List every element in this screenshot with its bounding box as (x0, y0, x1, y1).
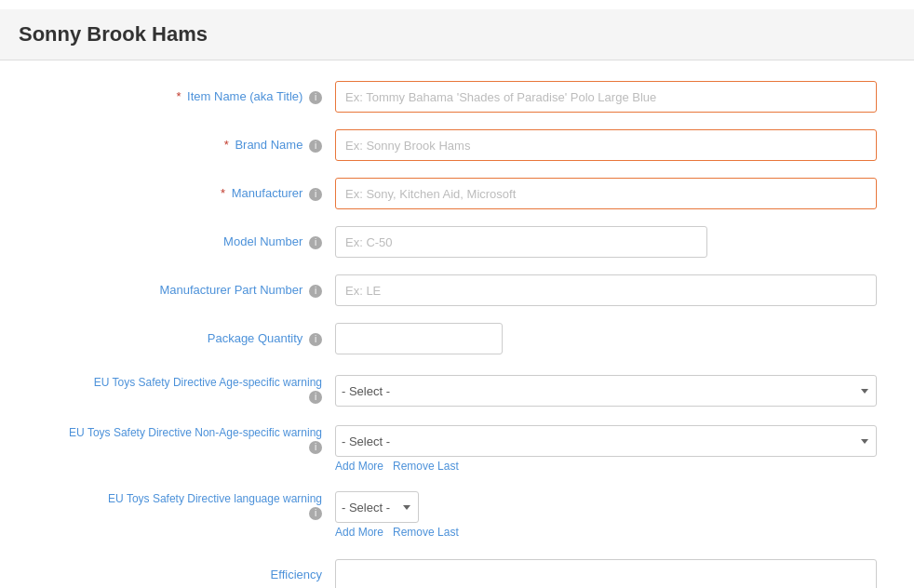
manufacturer-part-number-label-col: Manufacturer Part Number i (37, 282, 335, 299)
package-quantity-label: Package Quantity (208, 331, 303, 345)
package-quantity-label-col: Package Quantity i (37, 330, 335, 347)
header-bar: Sonny Brook Hams (0, 9, 914, 60)
package-quantity-info-icon[interactable]: i (309, 333, 322, 346)
eu-toys-language-label-col: EU Toys Safety Directive language warnin… (37, 491, 335, 520)
efficiency-row: Efficiency (37, 557, 877, 588)
model-number-label: Model Number (223, 234, 302, 248)
package-quantity-input[interactable] (335, 323, 503, 354)
brand-name-info-icon[interactable]: i (309, 140, 322, 153)
manufacturer-label-col: * Manufacturer i (37, 185, 335, 202)
page-title: Sonny Brook Hams (19, 22, 208, 46)
brand-name-input[interactable] (335, 129, 877, 161)
item-name-required-star: * (176, 89, 181, 103)
model-number-field-col (335, 226, 877, 258)
eu-toys-language-info-icon[interactable]: i (309, 507, 322, 520)
eu-toys-non-age-row: EU Toys Safety Directive Non-Age-specifi… (37, 420, 877, 478)
eu-toys-non-age-field-col: - Select - Option 1 Option 2 Add More Re… (335, 425, 877, 478)
manufacturer-part-number-row: Manufacturer Part Number i (37, 273, 877, 308)
item-name-label: Item Name (aka Title) (187, 89, 302, 103)
eu-toys-language-row: EU Toys Safety Directive language warnin… (37, 491, 877, 544)
brand-name-label-col: * Brand Name i (37, 137, 335, 154)
eu-toys-age-row: EU Toys Safety Directive Age-specific wa… (37, 369, 877, 407)
manufacturer-required-star: * (221, 186, 225, 200)
eu-toys-non-age-label: EU Toys Safety Directive Non-Age-specifi… (69, 425, 322, 441)
efficiency-label: Efficiency (271, 568, 322, 581)
eu-toys-non-age-add-remove: Add More Remove Last (335, 460, 877, 473)
eu-toys-language-label: EU Toys Safety Directive language warnin… (108, 491, 322, 507)
eu-toys-non-age-remove-last[interactable]: Remove Last (393, 460, 459, 473)
manufacturer-part-number-field-col (335, 274, 877, 306)
package-quantity-row: Package Quantity i (37, 321, 877, 356)
eu-toys-language-add-remove: Add More Remove Last (335, 526, 459, 539)
form-container: * Item Name (aka Title) i * Brand Name i… (0, 70, 914, 588)
eu-toys-age-field-col: - Select - Option 1 Option 2 (335, 375, 877, 407)
eu-toys-language-select[interactable]: - Select - Option 1 Option 2 (335, 491, 419, 523)
manufacturer-row: * Manufacturer i (37, 176, 877, 211)
brand-name-row: * Brand Name i (37, 127, 877, 163)
item-name-label-col: * Item Name (aka Title) i (37, 88, 335, 105)
eu-toys-non-age-add-more[interactable]: Add More (335, 460, 383, 473)
eu-toys-language-add-more[interactable]: Add More (335, 526, 383, 539)
brand-name-required-star: * (224, 138, 229, 152)
item-name-info-icon[interactable]: i (309, 91, 322, 104)
eu-toys-non-age-info-icon[interactable]: i (309, 441, 322, 454)
efficiency-label-col: Efficiency (37, 567, 335, 583)
model-number-input[interactable] (335, 226, 707, 258)
eu-toys-age-label-col: EU Toys Safety Directive Age-specific wa… (37, 375, 335, 404)
eu-toys-language-remove-last[interactable]: Remove Last (393, 526, 459, 539)
brand-name-field-col (335, 129, 877, 161)
manufacturer-field-col (335, 178, 877, 209)
model-number-info-icon[interactable]: i (309, 236, 322, 249)
model-number-row: Model Number i (37, 224, 877, 260)
item-name-input[interactable] (335, 81, 877, 113)
efficiency-field-col (335, 559, 877, 588)
manufacturer-label: Manufacturer (232, 186, 303, 200)
eu-toys-age-label: EU Toys Safety Directive Age-specific wa… (94, 375, 322, 391)
eu-toys-age-info-icon[interactable]: i (309, 391, 322, 404)
manufacturer-info-icon[interactable]: i (309, 188, 322, 201)
eu-toys-language-field-col: - Select - Option 1 Option 2 Add More Re… (335, 491, 877, 544)
manufacturer-input[interactable] (335, 178, 877, 209)
item-name-field-col (335, 81, 877, 113)
eu-toys-age-select[interactable]: - Select - Option 1 Option 2 (335, 375, 877, 407)
efficiency-input[interactable] (335, 559, 877, 588)
manufacturer-part-number-info-icon[interactable]: i (309, 285, 322, 298)
eu-toys-non-age-select[interactable]: - Select - Option 1 Option 2 (335, 425, 877, 457)
manufacturer-part-number-label: Manufacturer Part Number (159, 283, 302, 297)
item-name-row: * Item Name (aka Title) i (37, 79, 877, 114)
eu-toys-non-age-label-col: EU Toys Safety Directive Non-Age-specifi… (37, 425, 335, 454)
brand-name-label: Brand Name (235, 138, 302, 152)
page-container: Sonny Brook Hams * Item Name (aka Title)… (0, 0, 914, 588)
model-number-label-col: Model Number i (37, 234, 335, 250)
package-quantity-field-col (335, 323, 877, 354)
manufacturer-part-number-input[interactable] (335, 274, 877, 306)
